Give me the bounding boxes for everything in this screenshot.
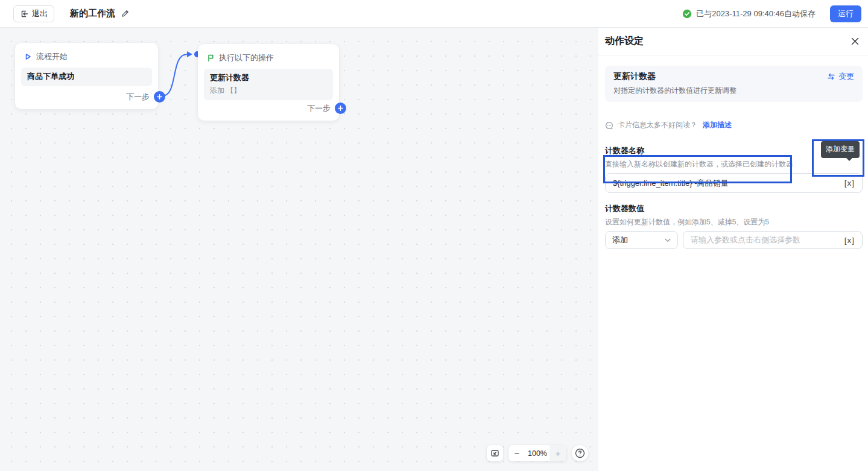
fit-view-button[interactable]: [487, 445, 503, 461]
node-start-trigger-label: 商品下单成功: [27, 71, 146, 82]
run-button[interactable]: 运行: [830, 5, 861, 22]
operation-select[interactable]: 添加: [605, 231, 678, 249]
exit-icon: [20, 10, 28, 18]
add-step-icon[interactable]: [335, 103, 346, 114]
panel-title: 动作设定: [605, 35, 644, 48]
next-step-label: 下一步: [126, 92, 150, 103]
counter-value-description: 设置如何更新计数值，例如添加5、减掉5、设置为5: [605, 217, 863, 227]
fit-view-icon: [490, 449, 499, 458]
counter-value-row: 添加 请输入参数或点击右侧选择参数 [x]: [605, 231, 863, 249]
counter-value-input[interactable]: 请输入参数或点击右侧选择参数 [x]: [683, 231, 863, 249]
add-description-link[interactable]: 添加描述: [703, 120, 732, 130]
node-action[interactable]: 执行以下的操作 更新计数器 添加 【】 下一步: [198, 44, 339, 121]
edit-title-icon[interactable]: [121, 9, 130, 18]
autosave-status: 已与2023-11-29 09:40:46自动保存: [682, 8, 816, 19]
node-action-next-step[interactable]: 下一步: [307, 103, 346, 114]
zoom-in-button[interactable]: +: [550, 445, 566, 461]
flag-icon: [206, 54, 215, 62]
add-step-icon[interactable]: [154, 91, 165, 103]
card-hint-row: 卡片信息太多不好阅读？ 添加描述: [605, 120, 863, 130]
counter-name-description: 直接输入新名称以创建新的计数器，或选择已创建的计数器: [605, 159, 863, 169]
node-action-subtitle: 添加 【】: [210, 86, 327, 96]
node-start-body[interactable]: 商品下单成功: [21, 68, 152, 86]
next-step-label: 下一步: [307, 103, 331, 114]
top-bar: 退出 新的工作流 已与2023-11-29 09:40:46自动保存 运行: [0, 0, 868, 28]
counter-value-label: 计数器数值: [605, 203, 863, 214]
zoom-control: − 100% +: [508, 445, 566, 461]
node-action-body[interactable]: 更新计数器 添加 【】: [204, 69, 333, 100]
play-icon: [24, 52, 32, 61]
close-icon[interactable]: [851, 37, 860, 46]
add-variable-button[interactable]: [x]: [844, 236, 855, 245]
node-action-header: 执行以下的操作: [198, 44, 339, 63]
counter-name-row: ${trigger.line_item.title} -商品销量 [x]: [605, 173, 863, 193]
workflow-canvas[interactable]: 流程开始 商品下单成功 下一步 执行以下的操作 更新计数器 添加 【: [0, 28, 598, 471]
exit-button[interactable]: 退出: [13, 5, 54, 22]
counter-name-input[interactable]: ${trigger.line_item.title} -商品销量 [x]: [605, 173, 863, 193]
operation-selected-value: 添加: [612, 235, 628, 245]
question-icon: [575, 448, 585, 458]
exit-label: 退出: [32, 8, 48, 19]
panel-header: 动作设定: [598, 28, 868, 55]
action-settings-panel: 动作设定 更新计数器 变更 对指定的计数: [598, 28, 868, 471]
swap-icon: [827, 72, 835, 81]
node-start-header-label: 流程开始: [36, 51, 68, 62]
workflow-title: 新的工作流: [70, 8, 115, 19]
add-variable-tooltip: 添加变量: [821, 141, 860, 158]
node-start-header: 流程开始: [15, 43, 158, 62]
comment-icon: [605, 121, 613, 130]
help-button[interactable]: [572, 445, 588, 461]
action-card-title: 更新计数器: [613, 71, 656, 82]
action-card-description: 对指定的计数器的计数值进行更新调整: [613, 86, 854, 96]
change-action-label: 变更: [838, 71, 854, 82]
zoom-level: 100%: [525, 449, 550, 458]
counter-name-value: ${trigger.line_item.title} -商品销量: [613, 178, 844, 189]
card-hint-text: 卡片信息太多不好阅读？: [618, 120, 697, 130]
saved-check-icon: [682, 9, 692, 19]
node-start-next-step[interactable]: 下一步: [126, 91, 165, 103]
topbar-right: 已与2023-11-29 09:40:46自动保存 运行: [682, 5, 861, 22]
change-action-link[interactable]: 变更: [827, 71, 854, 82]
counter-value-placeholder: 请输入参数或点击右侧选择参数: [691, 235, 844, 245]
zoom-out-button[interactable]: −: [508, 445, 525, 461]
add-variable-button[interactable]: [x]: [844, 179, 855, 188]
node-action-title: 更新计数器: [210, 72, 327, 83]
canvas-toolbar: − 100% +: [487, 445, 588, 461]
node-flow-start[interactable]: 流程开始 商品下单成功 下一步: [15, 43, 158, 109]
autosave-text: 已与2023-11-29 09:40:46自动保存: [696, 8, 816, 19]
chevron-down-icon: [665, 238, 671, 242]
node-action-header-label: 执行以下的操作: [219, 52, 274, 63]
selected-action-card: 更新计数器 变更 对指定的计数器的计数值进行更新调整: [605, 66, 863, 102]
